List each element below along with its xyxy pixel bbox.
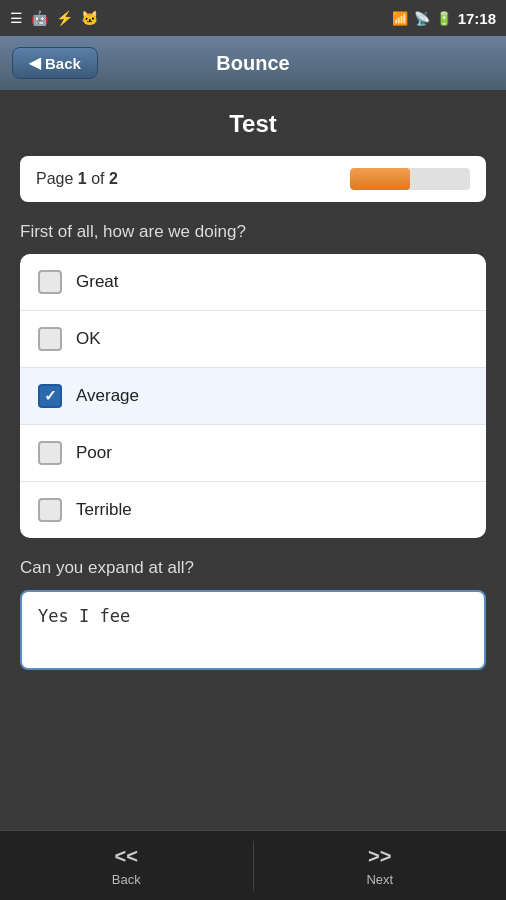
progress-box: Page 1 of 2 [20,156,486,202]
back-button[interactable]: ◀ Back [12,47,98,79]
progress-bar-fill [350,168,410,190]
main-content: Test Page 1 of 2 First of all, how are w… [0,90,506,830]
nav-title: Bounce [216,52,289,75]
bottom-next-label: Next [366,872,393,887]
checkbox-terrible[interactable] [38,498,62,522]
progress-total: 2 [109,170,118,187]
page-heading: Test [20,110,486,138]
wifi-icon: 📶 [392,11,408,26]
checkbox-great[interactable] [38,270,62,294]
option-ok-label: OK [76,329,101,349]
progress-mid: of [87,170,109,187]
progress-current: 1 [78,170,87,187]
progress-bar-container [350,168,470,190]
time-display: 17:18 [458,10,496,27]
bottom-next-button[interactable]: >> Next [254,831,507,900]
battery-icon: 🔋 [436,11,452,26]
option-terrible-label: Terrible [76,500,132,520]
nav-bar: ◀ Back Bounce [0,36,506,90]
menu-icon: ☰ [10,10,23,26]
option-great-label: Great [76,272,119,292]
question2-label: Can you expand at all? [20,558,486,578]
option-terrible[interactable]: Terrible [20,482,486,538]
usb-icon: ⚡ [56,10,73,26]
progress-text: Page 1 of 2 [36,170,118,188]
bottom-back-button[interactable]: << Back [0,831,253,900]
checkbox-poor[interactable] [38,441,62,465]
options-card: Great OK Average Poor Terrible [20,254,486,538]
back-button-label: Back [45,55,81,72]
next-arrows-icon: >> [368,845,391,868]
checkbox-ok[interactable] [38,327,62,351]
option-average[interactable]: Average [20,368,486,425]
back-chevron-icon: ◀ [29,54,41,72]
kitkat-icon: 🐱 [81,10,98,26]
signal-icon: 📡 [414,11,430,26]
progress-prefix: Page [36,170,78,187]
back-arrows-icon: << [115,845,138,868]
android-icon: 🤖 [31,10,48,26]
bottom-nav: << Back >> Next [0,830,506,900]
status-icons-right: 📶 📡 🔋 17:18 [392,10,496,27]
question1-label: First of all, how are we doing? [20,222,486,242]
option-great[interactable]: Great [20,254,486,311]
option-poor-label: Poor [76,443,112,463]
status-icons-left: ☰ 🤖 ⚡ 🐱 [10,10,98,26]
option-ok[interactable]: OK [20,311,486,368]
checkbox-average[interactable] [38,384,62,408]
option-average-label: Average [76,386,139,406]
expand-text-input[interactable]: Yes I fee [20,590,486,670]
status-bar: ☰ 🤖 ⚡ 🐱 📶 📡 🔋 17:18 [0,0,506,36]
bottom-back-label: Back [112,872,141,887]
option-poor[interactable]: Poor [20,425,486,482]
